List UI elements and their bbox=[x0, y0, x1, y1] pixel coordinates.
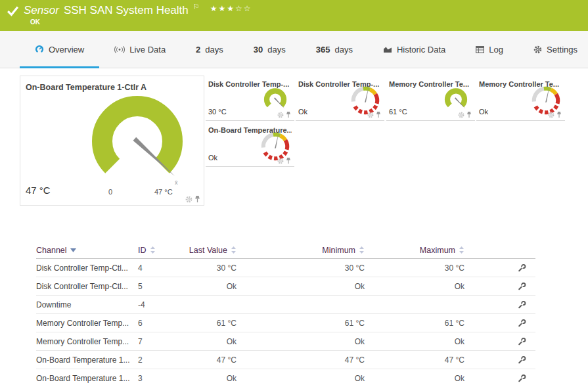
minimum-value: Ok bbox=[237, 282, 365, 291]
gauge-panel-small[interactable]: Memory Controller Te... 61 °C bbox=[386, 78, 475, 121]
tab-bar: Overview Live Data 2 days 30 days 365 da… bbox=[0, 31, 588, 68]
status-text: OK bbox=[30, 18, 40, 26]
table-row: Disk Controller Temp-Ctl... 4 30 °C 30 °… bbox=[36, 259, 535, 277]
gauge-arc bbox=[102, 106, 173, 166]
maximum-value: Ok bbox=[365, 374, 464, 383]
channel-id: 4 bbox=[138, 263, 184, 273]
tab-30-days[interactable]: 30 days bbox=[238, 31, 301, 68]
channel-name: Downtime bbox=[36, 300, 138, 309]
sort-both-icon bbox=[231, 246, 237, 254]
minimum-value: 30 °C bbox=[237, 263, 365, 273]
sensor-title: SSH SAN System Health bbox=[64, 4, 189, 17]
ok-check-icon bbox=[7, 5, 19, 16]
channel-id: 6 bbox=[138, 319, 184, 328]
gauge-value: Ok bbox=[479, 108, 488, 116]
maximum-value: 61 °C bbox=[365, 319, 464, 328]
gear-icon[interactable] bbox=[277, 158, 284, 164]
channel-settings-wrench-icon[interactable] bbox=[518, 282, 526, 290]
channel-settings-wrench-icon[interactable] bbox=[518, 319, 526, 327]
pin-icon[interactable] bbox=[376, 111, 381, 118]
gauge-value: 47 °C bbox=[26, 185, 51, 196]
channel-id: 5 bbox=[138, 282, 184, 291]
channel-settings-wrench-icon[interactable] bbox=[518, 374, 526, 382]
sort-desc-icon bbox=[70, 248, 76, 252]
tab-historic-data[interactable]: Historic Data bbox=[368, 31, 461, 68]
sort-both-icon bbox=[150, 246, 156, 254]
area-chart-icon bbox=[383, 45, 392, 53]
tab-number: 365 bbox=[316, 45, 330, 55]
pin-icon[interactable] bbox=[194, 195, 200, 203]
table-header-row: Channel ID Last Value Minimum Maximum bbox=[36, 242, 535, 259]
sort-both-icon bbox=[359, 246, 365, 254]
mean-marker: x̄ bbox=[175, 179, 178, 186]
channel-name: On-Board Temperature 1... bbox=[36, 374, 138, 383]
gauge-panel-primary[interactable]: On-Board Temperature 1-Ctlr A x̄ 0 47 °C… bbox=[20, 76, 204, 206]
gauges-dashboard: On-Board Temperature 1-Ctlr A x̄ 0 47 °C… bbox=[0, 68, 588, 237]
pin-icon[interactable] bbox=[466, 111, 472, 118]
tab-log[interactable]: Log bbox=[461, 31, 518, 68]
gauge-icon bbox=[35, 45, 44, 54]
gear-icon[interactable] bbox=[277, 112, 284, 118]
minimum-value: 61 °C bbox=[237, 319, 365, 328]
tab-overview[interactable]: Overview bbox=[20, 31, 99, 68]
maximum-value: Ok bbox=[365, 337, 464, 346]
gauge-panel-small[interactable]: Disk Controller Temp-... 30 °C bbox=[206, 78, 294, 121]
gear-icon bbox=[533, 45, 542, 54]
tab-label: Log bbox=[489, 45, 503, 55]
table-row: Memory Controller Temp... 7 Ok Ok Ok bbox=[36, 332, 535, 351]
sort-both-icon bbox=[459, 246, 464, 254]
channel-id: -4 bbox=[138, 300, 184, 309]
maximum-value: 30 °C bbox=[365, 263, 464, 273]
tab-2-days[interactable]: 2 days bbox=[181, 31, 238, 68]
tab-live-data[interactable]: Live Data bbox=[99, 31, 181, 68]
tab-label: Overview bbox=[49, 45, 84, 55]
header-minimum[interactable]: Minimum bbox=[237, 246, 365, 255]
channel-id: 2 bbox=[138, 355, 184, 365]
tab-settings[interactable]: Settings bbox=[518, 31, 588, 68]
table-row: Downtime -4 bbox=[36, 296, 535, 314]
channel-settings-wrench-icon[interactable] bbox=[518, 337, 526, 346]
last-value: 47 °C bbox=[184, 355, 237, 365]
minimum-value: Ok bbox=[237, 337, 365, 346]
header-channel[interactable]: Channel bbox=[36, 246, 138, 255]
channel-name: On-Board Temperature 1... bbox=[36, 355, 138, 365]
sensor-status-bar: Sensor SSH SAN System Health ⚐ ★★★☆☆ OK bbox=[0, 0, 588, 31]
last-value: Ok bbox=[184, 374, 237, 383]
gauge-panel-small[interactable]: Disk Controller Temp-... Ok bbox=[296, 78, 384, 121]
header-last-value[interactable]: Last Value bbox=[184, 246, 237, 255]
channel-name: Memory Controller Temp... bbox=[36, 319, 138, 328]
table-row: Disk Controller Temp-Ctl... 5 Ok Ok Ok bbox=[36, 277, 535, 296]
gauge-value: Ok bbox=[208, 154, 217, 162]
tab-365-days[interactable]: 365 days bbox=[301, 31, 368, 68]
pin-icon[interactable] bbox=[286, 111, 291, 118]
priority-stars[interactable]: ★★★☆☆ bbox=[210, 4, 252, 13]
flag-icon[interactable]: ⚐ bbox=[193, 3, 200, 11]
channel-settings-wrench-icon[interactable] bbox=[518, 300, 526, 309]
gear-icon[interactable] bbox=[548, 112, 554, 118]
sensor-type-label: Sensor bbox=[24, 4, 59, 17]
gauge-value: 61 °C bbox=[389, 108, 407, 116]
channel-id: 7 bbox=[138, 337, 184, 346]
gear-icon[interactable] bbox=[185, 196, 192, 203]
header-maximum[interactable]: Maximum bbox=[365, 246, 464, 255]
channels-table: Channel ID Last Value Minimum Maximum Di… bbox=[36, 242, 535, 385]
minimum-value: 47 °C bbox=[237, 355, 365, 365]
minimum-value: Ok bbox=[237, 374, 365, 383]
gauge-scale-max: 47 °C bbox=[154, 188, 173, 196]
tab-label: Historic Data bbox=[397, 45, 445, 55]
pin-icon[interactable] bbox=[556, 111, 562, 118]
channel-id: 3 bbox=[138, 374, 184, 383]
gauge-panel-small[interactable]: On-Board Temperature... Ok bbox=[206, 124, 294, 167]
channel-settings-wrench-icon[interactable] bbox=[518, 355, 526, 364]
primary-radial-gauge: x̄ bbox=[66, 85, 204, 191]
last-value: 30 °C bbox=[184, 263, 237, 273]
gear-icon[interactable] bbox=[367, 112, 374, 118]
gear-icon[interactable] bbox=[458, 112, 464, 118]
last-value: Ok bbox=[184, 337, 237, 346]
gauge-panel-small[interactable]: Memory Controller Te... Ok bbox=[476, 78, 565, 121]
tab-number: 2 bbox=[196, 45, 200, 55]
pin-icon[interactable] bbox=[286, 157, 291, 164]
tab-label: Settings bbox=[547, 45, 577, 55]
channel-settings-wrench-icon[interactable] bbox=[518, 263, 526, 272]
header-id[interactable]: ID bbox=[138, 246, 184, 255]
